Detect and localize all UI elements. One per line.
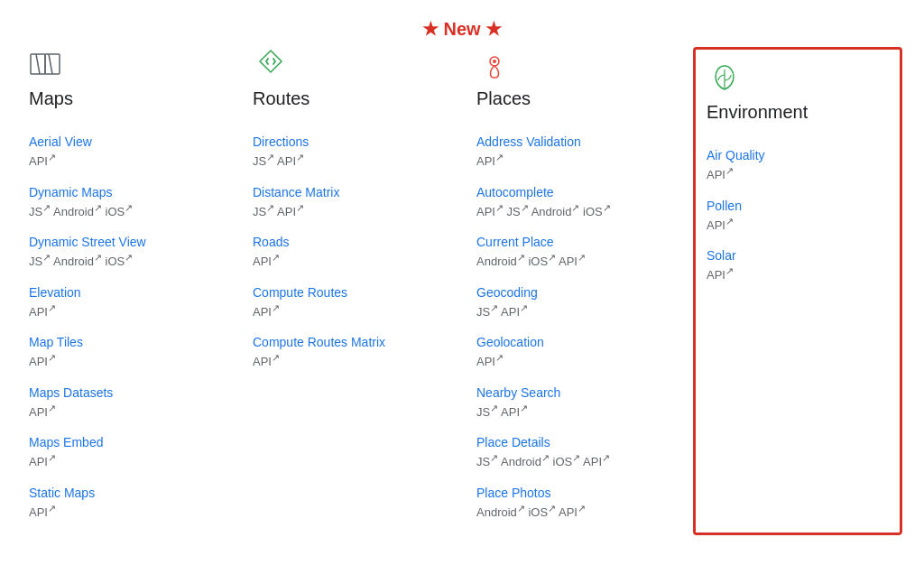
routes-header: Routes [253,47,448,120]
list-item: Current Place Android↗ iOS↗ API↗ [476,235,671,271]
maps-title: Maps [29,88,73,109]
list-item: Place Details JS↗ Android↗ iOS↗ API↗ [476,435,671,471]
air-quality-links: API↗ [707,164,889,184]
solar-link[interactable]: Solar [707,248,889,263]
maps-embed-link[interactable]: Maps Embed [29,435,224,449]
list-item: Compute Routes API↗ [253,285,448,321]
geolocation-links: API↗ [476,351,671,371]
svg-line-3 [49,54,52,74]
roads-links: API↗ [253,251,448,271]
nearby-search-link[interactable]: Nearby Search [476,385,671,400]
list-item: Geolocation API↗ [476,335,671,371]
place-photos-link[interactable]: Place Photos [476,486,671,500]
list-item: Maps Datasets API↗ [29,385,224,421]
environment-title: Environment [707,102,808,123]
map-tiles-link[interactable]: Map Tiles [29,335,224,349]
routes-column: Routes Directions JS↗ API↗ Distance Matr… [245,47,455,535]
list-item: Solar API↗ [707,248,889,284]
svg-marker-4 [260,51,282,72]
compute-routes-matrix-link[interactable]: Compute Routes Matrix [253,335,448,349]
aerial-view-links: API↗ [29,151,224,171]
list-item: Address Validation API↗ [476,134,671,171]
maps-icon [29,47,65,83]
compute-routes-matrix-links: API↗ [253,351,448,371]
maps-column: Maps Aerial View API↗ Dynamic Maps JS↗ A… [22,47,231,535]
map-tiles-links: API↗ [29,351,224,371]
autocomplete-link[interactable]: Autocomplete [476,185,671,199]
places-title: Places [476,88,531,109]
maps-datasets-links: API↗ [29,402,224,421]
distance-matrix-links: JS↗ API↗ [253,201,448,221]
maps-embed-links: API↗ [29,451,224,471]
maps-header: Maps [29,47,224,120]
list-item: Roads API↗ [253,235,448,271]
list-item: Air Quality API↗ [707,148,889,184]
routes-title: Routes [253,88,310,109]
environment-header: Environment [707,60,889,134]
geocoding-links: JS↗ API↗ [476,301,671,321]
list-item: Pollen API↗ [707,199,889,235]
places-column: Places Address Validation API↗ Autocompl… [469,47,679,535]
list-item: Nearby Search JS↗ API↗ [476,385,671,421]
autocomplete-links: API↗ JS↗ Android↗ iOS↗ [476,201,671,221]
aerial-view-link[interactable]: Aerial View [29,134,224,149]
places-header: Places [476,47,671,120]
list-item: Place Photos Android↗ iOS↗ API↗ [476,486,671,522]
list-item: Static Maps API↗ [29,486,224,522]
elevation-link[interactable]: Elevation [29,285,224,300]
distance-matrix-link[interactable]: Distance Matrix [253,185,448,199]
list-item: Dynamic Maps JS↗ Android↗ iOS↗ [29,185,224,221]
list-item: Aerial View API↗ [29,134,224,171]
maps-datasets-link[interactable]: Maps Datasets [29,385,224,400]
environment-column: Environment Air Quality API↗ Pollen API↗… [693,47,902,535]
nearby-search-links: JS↗ API↗ [476,402,671,421]
svg-line-2 [36,54,40,74]
directions-links: JS↗ API↗ [253,151,448,171]
solar-links: API↗ [707,264,889,284]
dynamic-maps-link[interactable]: Dynamic Maps [29,185,224,199]
current-place-links: Android↗ iOS↗ API↗ [476,251,671,271]
list-item: Dynamic Street View JS↗ Android↗ iOS↗ [29,235,224,271]
place-photos-links: Android↗ iOS↗ API↗ [476,502,671,522]
new-badge: ★ New ★ [22,18,902,40]
address-validation-links: API↗ [476,151,671,171]
directions-link[interactable]: Directions [253,134,448,149]
list-item: Autocomplete API↗ JS↗ Android↗ iOS↗ [476,185,671,221]
current-place-link[interactable]: Current Place [476,235,671,249]
compute-routes-links: API↗ [253,301,448,321]
environment-icon [707,60,743,97]
list-item: Compute Routes Matrix API↗ [253,335,448,371]
roads-link[interactable]: Roads [253,235,448,249]
geocoding-link[interactable]: Geocoding [476,285,671,300]
list-item: Map Tiles API↗ [29,335,224,371]
elevation-links: API↗ [29,301,224,321]
pollen-links: API↗ [707,215,889,235]
routes-icon [253,47,289,83]
list-item: Maps Embed API↗ [29,435,224,471]
address-validation-link[interactable]: Address Validation [476,134,671,149]
list-item: Elevation API↗ [29,285,224,321]
list-item: Geocoding JS↗ API↗ [476,285,671,321]
air-quality-link[interactable]: Air Quality [707,148,889,162]
list-item: Distance Matrix JS↗ API↗ [253,185,448,221]
place-details-links: JS↗ Android↗ iOS↗ API↗ [476,451,671,471]
product-grid: Maps Aerial View API↗ Dynamic Maps JS↗ A… [22,47,902,535]
place-details-link[interactable]: Place Details [476,435,671,449]
pollen-link[interactable]: Pollen [707,199,889,213]
static-maps-links: API↗ [29,502,224,522]
compute-routes-link[interactable]: Compute Routes [253,285,448,300]
dynamic-street-view-link[interactable]: Dynamic Street View [29,235,224,249]
static-maps-link[interactable]: Static Maps [29,486,224,500]
geolocation-link[interactable]: Geolocation [476,335,671,349]
dynamic-street-view-links: JS↗ Android↗ iOS↗ [29,251,224,271]
places-icon [476,47,513,83]
dynamic-maps-links: JS↗ Android↗ iOS↗ [29,201,224,221]
svg-point-6 [493,60,496,63]
list-item: Directions JS↗ API↗ [253,134,448,171]
